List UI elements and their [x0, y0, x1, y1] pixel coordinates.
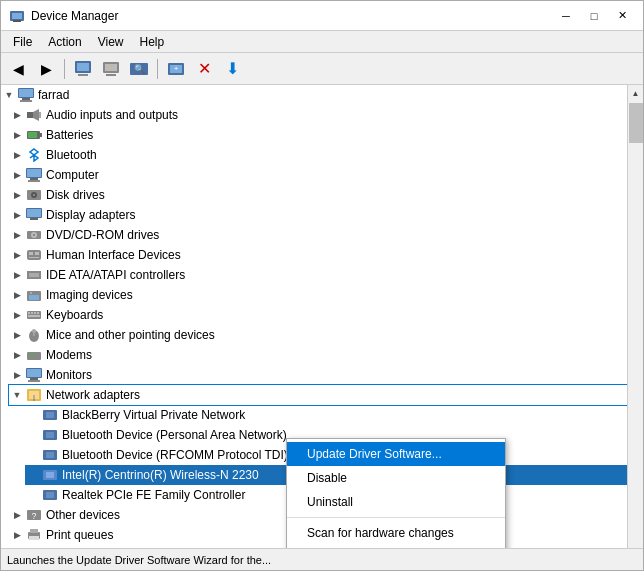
other-expand[interactable]: ▶: [9, 507, 25, 523]
ctx-disable[interactable]: Disable: [287, 466, 505, 490]
bluetooth-expand[interactable]: ▶: [9, 147, 25, 163]
computer-expand[interactable]: ▶: [9, 167, 25, 183]
download-button[interactable]: ⬇: [219, 56, 245, 82]
toolbar: ◀ ▶ ? 🔍: [1, 53, 643, 85]
keyboards-label: Keyboards: [46, 308, 103, 322]
context-menu: Update Driver Software... Disable Uninst…: [286, 438, 506, 548]
disk-expand[interactable]: ▶: [9, 187, 25, 203]
tree-item-display[interactable]: ▶ Display adapters: [9, 205, 627, 225]
menu-action[interactable]: Action: [40, 33, 89, 51]
tree-item-dvd[interactable]: ▶ DVD/CD-ROM drives: [9, 225, 627, 245]
svg-rect-19: [27, 112, 33, 118]
properties-button[interactable]: [70, 56, 96, 82]
menu-view[interactable]: View: [90, 33, 132, 51]
svg-rect-44: [29, 273, 39, 277]
svg-point-32: [33, 194, 35, 196]
svg-rect-35: [30, 218, 38, 220]
vertical-scrollbar[interactable]: ▲: [627, 85, 643, 548]
ctx-disable-label: Disable: [307, 471, 347, 485]
tree-item-ide[interactable]: ▶ IDE ATA/ATAPI controllers: [9, 265, 627, 285]
modems-expand[interactable]: ▶: [9, 347, 25, 363]
title-bar: Device Manager ─ □ ✕: [1, 1, 643, 31]
svg-rect-8: [106, 74, 116, 76]
svg-marker-25: [30, 149, 38, 161]
svg-rect-28: [30, 178, 38, 180]
svg-rect-51: [34, 312, 36, 314]
ctx-update-driver[interactable]: Update Driver Software...: [287, 442, 505, 466]
update-driver-button[interactable]: ?: [98, 56, 124, 82]
minimize-button[interactable]: ─: [553, 6, 579, 26]
mice-icon: [25, 327, 43, 343]
svg-rect-18: [20, 100, 32, 102]
svg-text:?: ?: [31, 511, 36, 521]
keyboards-expand[interactable]: ▶: [9, 307, 25, 323]
imaging-icon: [25, 287, 43, 303]
scan-button[interactable]: 🔍: [126, 56, 152, 82]
imaging-expand[interactable]: ▶: [9, 287, 25, 303]
ctx-uninstall[interactable]: Uninstall: [287, 490, 505, 514]
svg-text:+: +: [174, 64, 179, 73]
scroll-thumb[interactable]: [629, 103, 643, 143]
tree-item-batteries[interactable]: ▶ Batteries: [9, 125, 627, 145]
forward-button[interactable]: ▶: [33, 56, 59, 82]
btcom-expand: [25, 447, 41, 463]
tree-item-keyboards[interactable]: ▶ Keyboards: [9, 305, 627, 325]
root-expand[interactable]: ▼: [1, 87, 17, 103]
uninstall-button[interactable]: ✕: [191, 56, 217, 82]
tree-item-imaging[interactable]: ▶ Imaging devices: [9, 285, 627, 305]
dvd-expand[interactable]: ▶: [9, 227, 25, 243]
network-expand[interactable]: ▼: [9, 387, 25, 403]
svg-rect-29: [28, 180, 40, 182]
audio-expand[interactable]: ▶: [9, 107, 25, 123]
monitors-expand[interactable]: ▶: [9, 367, 25, 383]
tree-item-blackberry[interactable]: BlackBerry Virtual Private Network: [25, 405, 627, 425]
svg-rect-4: [77, 63, 89, 71]
tree-item-monitors[interactable]: ▶ Monitors: [9, 365, 627, 385]
svg-point-46: [30, 292, 32, 294]
menu-help[interactable]: Help: [132, 33, 173, 51]
tree-item-audio[interactable]: ▶ Audio inputs and outputs: [9, 105, 627, 125]
tree-root[interactable]: ▼ farrad: [1, 85, 627, 105]
svg-rect-63: [28, 380, 40, 382]
hid-expand[interactable]: ▶: [9, 247, 25, 263]
tree-item-bluetooth[interactable]: ▶ Bluetooth: [9, 145, 627, 165]
scroll-up-button[interactable]: ▲: [628, 85, 644, 101]
dvd-icon: [25, 227, 43, 243]
tree-item-computer[interactable]: ▶ Computer: [9, 165, 627, 185]
tree-item-mice[interactable]: ▶ Mice and other pointing devices: [9, 325, 627, 345]
svg-rect-34: [27, 209, 41, 217]
close-button[interactable]: ✕: [609, 6, 635, 26]
svg-rect-40: [29, 252, 33, 255]
ctx-update-label: Update Driver Software...: [307, 447, 442, 461]
ctx-scan[interactable]: Scan for hardware changes: [287, 521, 505, 545]
add-legacy-button[interactable]: +: [163, 56, 189, 82]
print-expand[interactable]: ▶: [9, 527, 25, 543]
svg-rect-58: [29, 354, 32, 356]
batteries-expand[interactable]: ▶: [9, 127, 25, 143]
tree-item-disk[interactable]: ▶ Disk drives: [9, 185, 627, 205]
ide-icon: [25, 267, 43, 283]
device-tree[interactable]: ▼ farrad ▶ Audio inputs and outpu: [1, 85, 627, 548]
svg-rect-42: [29, 257, 39, 258]
status-text: Launches the Update Driver Software Wiza…: [7, 554, 271, 566]
svg-rect-52: [37, 312, 39, 314]
processors-expand[interactable]: ▶: [9, 547, 25, 548]
monitors-icon: [25, 367, 43, 383]
mice-expand[interactable]: ▶: [9, 327, 25, 343]
maximize-button[interactable]: □: [581, 6, 607, 26]
svg-rect-91: [30, 529, 38, 533]
disk-icon: [25, 187, 43, 203]
dvd-label: DVD/CD-ROM drives: [46, 228, 159, 242]
status-bar: Launches the Update Driver Software Wiza…: [1, 548, 643, 570]
tree-item-modems[interactable]: ▶ Modems: [9, 345, 627, 365]
blackberry-expand: [25, 407, 41, 423]
tree-item-hid[interactable]: ▶ Human Interface Devices: [9, 245, 627, 265]
display-icon: [25, 207, 43, 223]
tree-item-network[interactable]: ▼ Network adapters: [9, 385, 627, 405]
menu-file[interactable]: File: [5, 33, 40, 51]
ide-expand[interactable]: ▶: [9, 267, 25, 283]
other-label: Other devices: [46, 508, 120, 522]
svg-rect-17: [22, 98, 30, 100]
back-button[interactable]: ◀: [5, 56, 31, 82]
display-expand[interactable]: ▶: [9, 207, 25, 223]
